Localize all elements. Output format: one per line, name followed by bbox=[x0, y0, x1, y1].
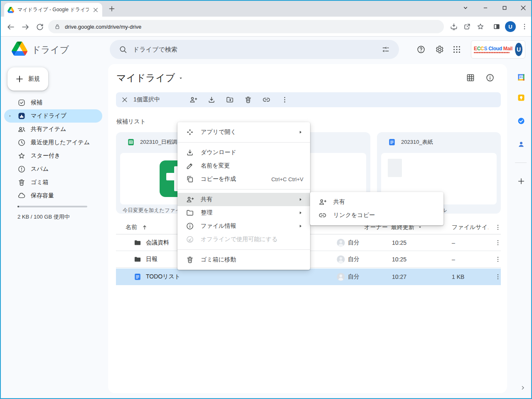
menu-item-share[interactable]: 共有 bbox=[177, 193, 310, 206]
sidebar-item-recent[interactable]: 最近使用したアイテム bbox=[4, 136, 102, 149]
column-size[interactable]: ファイルサイズ bbox=[452, 220, 488, 234]
tune-icon[interactable] bbox=[382, 45, 390, 54]
submenu-item-copy-link[interactable]: リンクをコピー bbox=[310, 209, 443, 222]
menu-item-open-with[interactable]: アプリで開く bbox=[177, 126, 310, 139]
browser-tab[interactable]: マイドライブ - Google ドライブ bbox=[4, 3, 102, 17]
clear-selection-icon[interactable] bbox=[121, 96, 128, 103]
apps-grid-icon[interactable] bbox=[452, 45, 461, 54]
browser-toolbar: drive.google.com/drive/my-drive U bbox=[1, 17, 531, 37]
add-panel-icon[interactable] bbox=[517, 177, 525, 185]
keep-icon[interactable] bbox=[517, 94, 525, 102]
info-icon bbox=[186, 222, 194, 230]
calendar-icon[interactable] bbox=[517, 73, 525, 81]
sidebar-item-storage[interactable]: 保存容量 bbox=[4, 189, 102, 202]
sort-down-caret-icon bbox=[418, 225, 422, 229]
grid-view-icon[interactable] bbox=[466, 73, 475, 82]
reload-icon[interactable] bbox=[36, 23, 44, 31]
new-button[interactable]: 新規 bbox=[7, 67, 48, 91]
folder-icon bbox=[133, 234, 142, 251]
rename-pencil-icon bbox=[186, 162, 194, 170]
owner-avatar bbox=[336, 234, 345, 251]
download-icon[interactable] bbox=[207, 96, 216, 104]
sidebar-nav: 候補 マイドライブ 共有アイテム 最近使用したアイテム スター付き スパ bbox=[4, 96, 102, 202]
check-square-icon bbox=[17, 99, 26, 107]
settings-gear-icon[interactable] bbox=[435, 45, 444, 54]
column-options-kebab-icon[interactable] bbox=[494, 220, 502, 234]
info-icon[interactable] bbox=[485, 73, 495, 82]
menu-divider bbox=[177, 249, 310, 250]
link-icon[interactable] bbox=[262, 96, 271, 104]
column-name[interactable]: 名前 bbox=[126, 220, 148, 234]
menu-item-download[interactable]: ダウンロード bbox=[177, 146, 310, 159]
minimize-button[interactable] bbox=[476, 1, 495, 15]
trash-icon bbox=[17, 178, 26, 187]
row-kebab-icon[interactable] bbox=[494, 268, 502, 285]
search-bar[interactable]: ドライブで検索 bbox=[110, 40, 399, 59]
storage-text: 2 KB / 100 GB 使用中 bbox=[17, 213, 70, 221]
page-title[interactable]: マイドライブ bbox=[116, 71, 183, 84]
share-submenu: 共有 リンクをコピー bbox=[310, 192, 443, 225]
selection-count: 1個選択中 bbox=[133, 96, 160, 103]
table-row-selected[interactable]: TODOリスト 自分 10:27 1 KB bbox=[116, 268, 501, 285]
menu-item-move-to-trash[interactable]: ゴミ箱に移動 bbox=[177, 253, 310, 266]
sidebar-item-shared[interactable]: 共有アイテム bbox=[4, 123, 102, 136]
eccs-subtitle bbox=[474, 52, 510, 53]
tab-search-button[interactable] bbox=[456, 1, 475, 15]
menu-item-file-info[interactable]: ファイル情報 bbox=[177, 219, 310, 233]
expand-caret-icon[interactable] bbox=[8, 114, 12, 118]
search-icon bbox=[119, 45, 127, 54]
person-add-icon[interactable] bbox=[189, 96, 197, 104]
new-tab-button[interactable] bbox=[108, 5, 116, 14]
storage-progress bbox=[17, 206, 87, 207]
sidebar-item-spam[interactable]: スパム bbox=[4, 163, 102, 176]
maximize-button[interactable] bbox=[495, 1, 514, 15]
doc-preview-block bbox=[388, 159, 402, 177]
menu-item-rename[interactable]: 名前を変更 bbox=[177, 159, 310, 172]
row-kebab-icon[interactable] bbox=[494, 251, 502, 267]
share-icon[interactable] bbox=[463, 22, 471, 31]
sidebar-item-starred[interactable]: スター付き bbox=[4, 149, 102, 163]
sidebar-item-suggested[interactable]: 候補 bbox=[4, 96, 102, 109]
selection-toolbar: 1個選択中 bbox=[116, 92, 501, 107]
side-panel-icon[interactable] bbox=[493, 22, 501, 31]
download-icon bbox=[186, 148, 194, 157]
folder-icon bbox=[186, 209, 194, 217]
tasks-icon[interactable] bbox=[517, 117, 525, 125]
person-add-icon bbox=[186, 195, 194, 204]
spam-icon bbox=[17, 165, 26, 173]
move-folder-icon[interactable] bbox=[226, 96, 234, 104]
submenu-arrow-icon bbox=[298, 129, 303, 135]
menu-item-organize[interactable]: 整理 bbox=[177, 206, 310, 219]
offline-icon bbox=[186, 235, 194, 244]
account-avatar[interactable]: U bbox=[515, 43, 522, 56]
back-icon[interactable] bbox=[6, 22, 15, 32]
sidebar-item-my-drive[interactable]: マイドライブ bbox=[4, 109, 102, 123]
trash-icon bbox=[186, 256, 194, 264]
forward-icon[interactable] bbox=[21, 22, 30, 32]
tab-close-icon[interactable] bbox=[92, 7, 99, 13]
account-badge[interactable]: ECCS Cloud Mail U bbox=[471, 40, 525, 59]
submenu-arrow-icon bbox=[298, 197, 303, 202]
browser-window: マイドライブ - Google ドライブ drive.google.com/dr… bbox=[0, 0, 532, 399]
browser-menu-kebab-icon[interactable] bbox=[520, 22, 529, 31]
drive-logo bbox=[12, 42, 27, 56]
browser-avatar[interactable]: U bbox=[505, 21, 516, 32]
submenu-item-share[interactable]: 共有 bbox=[310, 195, 443, 209]
close-window-button[interactable] bbox=[514, 1, 532, 15]
cloud-icon bbox=[17, 192, 26, 200]
menu-item-make-copy[interactable]: コピーを作成 Ctrl+C Ctrl+V bbox=[177, 172, 310, 186]
url-bar[interactable]: drive.google.com/drive/my-drive bbox=[48, 20, 444, 33]
row-kebab-icon[interactable] bbox=[494, 234, 502, 251]
lock-icon bbox=[54, 23, 61, 30]
drive-favicon bbox=[7, 7, 14, 13]
trash-icon[interactable] bbox=[244, 96, 252, 104]
more-kebab-icon[interactable] bbox=[281, 96, 289, 104]
sidebar-item-trash[interactable]: ゴミ箱 bbox=[4, 176, 102, 189]
contacts-icon[interactable] bbox=[517, 140, 525, 148]
help-icon[interactable] bbox=[416, 45, 426, 54]
bookmark-star-icon[interactable] bbox=[476, 22, 485, 31]
spreadsheet-icon bbox=[127, 138, 135, 146]
collapse-chevron-icon[interactable] bbox=[520, 384, 526, 391]
download-page-icon[interactable] bbox=[450, 22, 458, 31]
document-icon bbox=[388, 138, 396, 146]
